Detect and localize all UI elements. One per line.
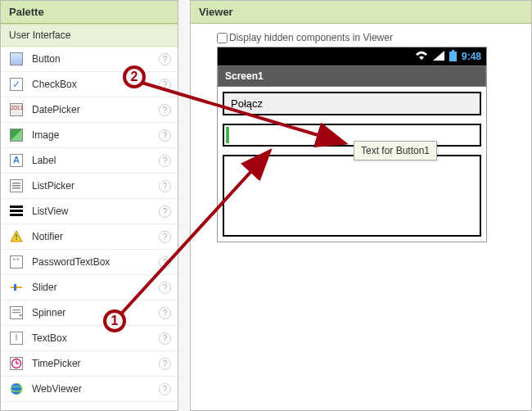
component-label: TextBox [32,332,151,344]
password-icon: ** [9,255,24,269]
image-icon [9,128,24,142]
help-icon[interactable]: ? [159,155,171,167]
component-item-button[interactable]: Button? [1,47,178,72]
help-icon[interactable]: ? [159,307,171,319]
component-item-checkbox[interactable]: ✓CheckBox? [1,72,178,97]
svg-rect-8 [16,238,17,240]
button-icon [9,52,24,66]
phone-mockup: 9:48 Screen1 Połącz [217,47,487,242]
component-label: Slider [32,282,151,293]
palette-category[interactable]: User Interface [1,24,178,47]
help-icon[interactable]: ? [159,206,171,218]
svg-rect-19 [449,52,457,61]
screen-title: Screen1 [218,65,486,87]
component-item-slider[interactable]: Slider? [1,275,178,300]
webviewer-icon [9,382,24,396]
annotation-circle-2: 2 [123,65,146,88]
annotation-circle-1: 1 [103,309,126,332]
palette-title: Palette [1,1,178,24]
help-icon[interactable]: ? [159,79,171,91]
show-hidden-row[interactable]: Display hidden components in Viewer [217,32,393,43]
phone-content: Połącz [218,87,486,242]
component-item-listpicker[interactable]: ListPicker? [1,174,178,199]
label-icon: A [9,153,24,168]
textbox-component[interactable] [223,124,481,147]
help-icon[interactable]: ? [159,282,171,294]
signal-icon [433,51,444,63]
component-item-webviewer[interactable]: WebViewer? [1,377,178,402]
viewer-title: Viewer [191,1,531,24]
svg-marker-13 [19,314,22,317]
svg-rect-12 [12,312,20,313]
textbox-icon: I [9,331,24,346]
viewer-panel: Viewer Display hidden components in View… [190,0,532,411]
component-item-listview[interactable]: ListView? [1,199,178,224]
svg-rect-4 [10,210,23,212]
component-label: Button [32,53,151,65]
help-icon[interactable]: ? [159,256,171,269]
palette-panel: Palette User Interface Button?✓CheckBox?… [0,0,178,411]
component-item-notifier[interactable]: Notifier? [1,224,178,250]
listpicker-icon [9,178,24,193]
component-placeholder[interactable] [223,155,481,237]
component-item-timepicker[interactable]: TimePicker? [1,351,178,377]
component-item-spinner[interactable]: Spinner? [1,300,178,326]
component-item-image[interactable]: Image? [1,123,178,148]
svg-rect-7 [16,234,17,237]
checkbox-icon: ✓ [9,77,24,92]
svg-rect-3 [10,206,23,208]
listview-icon [9,204,24,219]
help-icon[interactable]: ? [159,332,171,345]
button1-component[interactable]: Połącz [223,92,481,115]
svg-rect-0 [12,183,20,184]
component-label: WebViewer [32,383,151,395]
show-hidden-checkbox[interactable] [217,33,228,43]
help-icon[interactable]: ? [159,129,171,142]
status-time: 9:48 [462,51,481,62]
component-item-label[interactable]: ALabel? [1,148,178,174]
component-label: ListView [32,206,151,217]
svg-rect-10 [14,284,16,291]
help-icon[interactable]: ? [159,180,171,192]
help-icon[interactable]: ? [159,358,171,370]
tooltip: Text for Button1 [354,141,437,160]
help-icon[interactable]: ? [159,53,171,65]
component-label: TimePicker [32,358,151,369]
component-label: Notifier [32,231,151,242]
svg-rect-2 [12,187,20,189]
help-icon[interactable]: ? [159,383,171,395]
component-label: PasswordTextBox [32,256,151,268]
component-label: ListPicker [32,180,151,192]
component-label: DatePicker [32,104,151,115]
svg-rect-11 [12,309,20,310]
component-label: Spinner [32,307,151,318]
svg-rect-1 [12,185,20,187]
component-label: Image [32,129,151,141]
help-icon[interactable]: ? [159,104,171,116]
component-item-passwordtextbox[interactable]: **PasswordTextBox? [1,250,178,275]
wifi-icon [415,51,428,63]
svg-rect-20 [452,50,454,52]
component-item-textbox[interactable]: ITextBox? [1,326,178,351]
help-icon[interactable]: ? [159,231,171,243]
battery-icon [449,50,457,64]
status-bar: 9:48 [218,47,486,65]
spinner-icon [9,305,24,320]
timepicker-icon [9,356,24,371]
svg-rect-5 [10,214,23,216]
component-label: Label [32,155,151,166]
component-item-datepicker[interactable]: 2011DatePicker? [1,97,178,123]
notifier-icon [9,229,24,244]
slider-icon [9,280,24,295]
date-icon: 2011 [9,102,24,117]
component-list: Button?✓CheckBox?2011DatePicker?Image?AL… [1,47,178,410]
show-hidden-label: Display hidden components in Viewer [229,32,393,43]
